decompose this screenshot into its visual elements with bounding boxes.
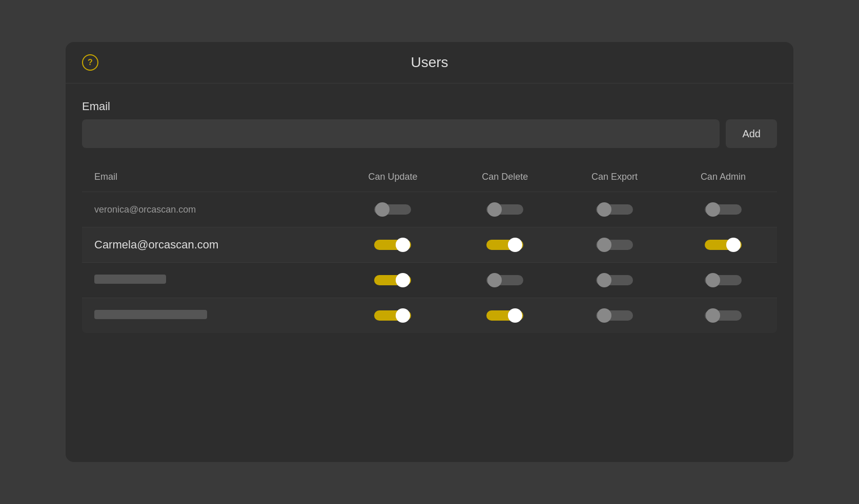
toggle-can-export[interactable] xyxy=(568,237,661,253)
table-row xyxy=(82,298,777,333)
users-modal: ? Users Email Add Email Can Update Can D… xyxy=(66,42,793,462)
toggle-can-delete[interactable] xyxy=(459,272,552,288)
toggle-can-export[interactable] xyxy=(568,201,661,218)
toggle-can-export[interactable] xyxy=(568,307,661,324)
col-header-email: Email xyxy=(82,162,335,192)
email-placeholder xyxy=(94,310,207,319)
col-header-can-admin: Can Admin xyxy=(669,162,777,192)
toggle-can-delete[interactable] xyxy=(459,201,552,218)
toggle-can-update[interactable] xyxy=(343,237,442,253)
table-row xyxy=(82,263,777,298)
toggle-can-admin[interactable] xyxy=(678,307,769,324)
toggle-can-update[interactable] xyxy=(343,272,442,288)
table-header-row: Email Can Update Can Delete Can Export C… xyxy=(82,162,777,192)
col-header-can-export: Can Export xyxy=(560,162,669,192)
users-table: Email Can Update Can Delete Can Export C… xyxy=(82,162,777,333)
modal-header: ? Users xyxy=(66,42,793,83)
col-header-can-update: Can Update xyxy=(335,162,450,192)
toggle-can-admin[interactable] xyxy=(678,201,769,218)
modal-title: Users xyxy=(411,54,448,71)
help-icon[interactable]: ? xyxy=(82,54,98,71)
email-input-row: Add xyxy=(82,119,777,148)
add-button[interactable]: Add xyxy=(726,119,777,148)
toggle-can-admin[interactable] xyxy=(678,237,769,253)
table-row: Carmela@orcascan.com xyxy=(82,227,777,263)
email-cell: Carmela@orcascan.com xyxy=(94,238,218,251)
email-label: Email xyxy=(82,100,777,113)
toggle-can-delete[interactable] xyxy=(459,307,552,324)
modal-body: Email Add Email Can Update Can Delete Ca… xyxy=(66,83,793,401)
toggle-can-export[interactable] xyxy=(568,272,661,288)
bottom-area xyxy=(82,333,777,384)
email-cell: veronica@orcascan.com xyxy=(94,204,196,215)
toggle-can-admin[interactable] xyxy=(678,272,769,288)
email-input[interactable] xyxy=(82,119,720,148)
col-header-can-delete: Can Delete xyxy=(451,162,560,192)
toggle-can-update[interactable] xyxy=(343,201,442,218)
table-row: veronica@orcascan.com xyxy=(82,192,777,227)
toggle-can-update[interactable] xyxy=(343,307,442,324)
toggle-can-delete[interactable] xyxy=(459,237,552,253)
email-placeholder xyxy=(94,275,166,284)
